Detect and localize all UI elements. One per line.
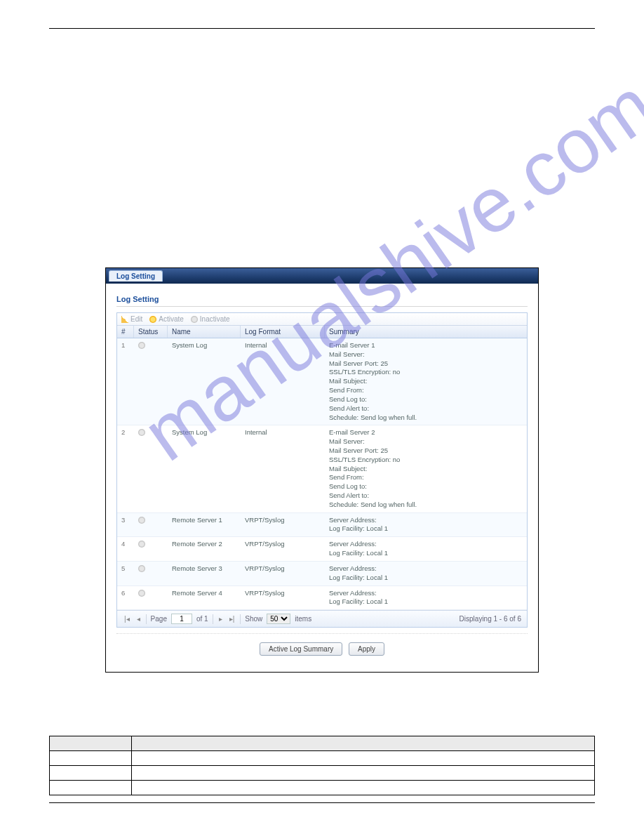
cell-summary: Server Address:Log Facility: Local 1 <box>325 562 527 585</box>
cell-name: System Log <box>168 425 241 512</box>
cell-format: Internal <box>241 425 325 512</box>
cell-status <box>134 425 168 512</box>
app-window: Log Setting Log Setting Edit Activate In… <box>105 267 539 673</box>
table-row[interactable]: 2System LogInternalE-mail Server 2Mail S… <box>117 425 527 512</box>
pencil-icon <box>121 316 128 323</box>
panel-toolbar: Edit Activate Inactivate <box>117 313 527 326</box>
cell-summary: E-mail Server 2Mail Server:Mail Server P… <box>325 425 527 512</box>
activate-label: Activate <box>159 315 184 323</box>
first-page-icon[interactable]: |◂ <box>123 615 131 623</box>
window-titlebar <box>106 268 538 284</box>
cell-num: 5 <box>117 562 134 585</box>
prev-page-icon[interactable]: ◂ <box>135 615 142 623</box>
cell-format: VRPT/Syslog <box>241 586 325 610</box>
bulb-off-icon <box>138 541 145 548</box>
bulb-off-icon <box>138 565 145 572</box>
desc-row <box>50 766 595 781</box>
activate-button[interactable]: Activate <box>149 315 184 323</box>
table-body: 1System LogInternalE-mail Server 1Mail S… <box>117 338 527 610</box>
table-row[interactable]: 3Remote Server 1VRPT/SyslogServer Addres… <box>117 513 527 538</box>
tab-log-setting[interactable]: Log Setting <box>109 270 163 282</box>
show-label: Show <box>245 615 262 623</box>
edit-button[interactable]: Edit <box>121 315 142 323</box>
bulb-off-icon <box>138 517 145 524</box>
next-page-icon[interactable]: ▸ <box>217 615 224 623</box>
bulb-off-icon <box>138 590 145 597</box>
cell-summary: E-mail Server 1Mail Server:Mail Server P… <box>325 338 527 425</box>
desc-row <box>50 751 595 766</box>
page-label: Page <box>151 615 167 623</box>
table-row[interactable]: 4Remote Server 2VRPT/SyslogServer Addres… <box>117 537 527 562</box>
bulb-off-icon <box>138 342 145 349</box>
bottom-rule <box>49 802 595 803</box>
cell-summary: Server Address:Log Facility: Local 1 <box>325 537 527 561</box>
table-row[interactable]: 1System LogInternalE-mail Server 1Mail S… <box>117 338 527 425</box>
inactivate-button[interactable]: Inactivate <box>191 315 230 323</box>
cell-status <box>134 586 168 610</box>
cell-status <box>134 562 168 585</box>
cell-status <box>134 537 168 561</box>
col-status[interactable]: Status <box>134 326 168 338</box>
bulb-on-icon <box>149 316 156 323</box>
col-format[interactable]: Log Format <box>241 326 325 338</box>
section-title: Log Setting <box>116 291 528 307</box>
cell-name: Remote Server 2 <box>168 537 241 561</box>
table-header: # Status Name Log Format Summary <box>117 326 527 338</box>
col-name[interactable]: Name <box>168 326 241 338</box>
desc-row <box>50 781 595 795</box>
cell-format: VRPT/Syslog <box>241 537 325 561</box>
col-num[interactable]: # <box>117 326 134 338</box>
page-number-input[interactable] <box>171 614 192 624</box>
cell-num: 6 <box>117 586 134 610</box>
cell-num: 3 <box>117 513 134 537</box>
log-panel: Edit Activate Inactivate # Status Name <box>116 312 528 628</box>
inactivate-label: Inactivate <box>200 315 230 323</box>
cell-name: System Log <box>168 338 241 425</box>
cell-summary: Server Address:Log Facility: Local 1 <box>325 513 527 537</box>
table-row[interactable]: 5Remote Server 3VRPT/SyslogServer Addres… <box>117 562 527 586</box>
table-row[interactable]: 6Remote Server 4VRPT/SyslogServer Addres… <box>117 586 527 611</box>
of-label: of 1 <box>196 615 208 623</box>
cell-summary: Server Address:Log Facility: Local 1 <box>325 586 527 610</box>
bulb-off-icon <box>138 429 145 436</box>
last-page-icon[interactable]: ▸| <box>228 615 236 623</box>
display-range: Displaying 1 - 6 of 6 <box>459 615 521 623</box>
edit-label: Edit <box>130 315 142 323</box>
cell-format: Internal <box>241 338 325 425</box>
cell-name: Remote Server 4 <box>168 586 241 610</box>
cell-num: 2 <box>117 425 134 512</box>
cell-format: VRPT/Syslog <box>241 513 325 537</box>
active-log-summary-button[interactable]: Active Log Summary <box>260 642 342 656</box>
cell-status <box>134 513 168 537</box>
items-label: items <box>295 615 311 623</box>
desc-head-2 <box>132 736 595 751</box>
cell-format: VRPT/Syslog <box>241 562 325 585</box>
cell-status <box>134 338 168 425</box>
cell-name: Remote Server 3 <box>168 562 241 585</box>
desc-head-1 <box>50 736 132 751</box>
bulb-off-icon <box>191 316 198 323</box>
cell-num: 4 <box>117 537 134 561</box>
description-table <box>49 736 595 795</box>
cell-name: Remote Server 1 <box>168 513 241 537</box>
top-rule <box>49 28 595 29</box>
cell-num: 1 <box>117 338 134 425</box>
apply-button[interactable]: Apply <box>349 642 384 656</box>
pager: |◂ ◂ Page of 1 ▸ ▸| Show 50 items <box>117 610 527 627</box>
page-size-select[interactable]: 50 <box>267 614 290 624</box>
col-summary[interactable]: Summary <box>325 326 527 338</box>
